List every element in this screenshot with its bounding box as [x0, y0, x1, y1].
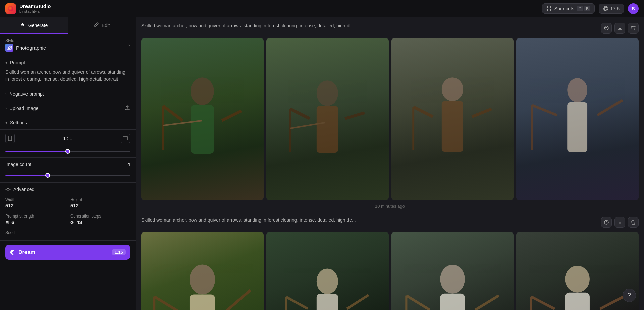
settings-header[interactable]: ▾ Settings — [0, 116, 136, 129]
gen-prompt-2: Skilled woman archer, bow and quiver of … — [141, 217, 597, 224]
aspect-landscape-icon[interactable] — [121, 134, 130, 143]
prompt-textarea[interactable]: Skilled woman archer, bow and quiver of … — [5, 69, 130, 83]
credits-icon — [603, 6, 608, 11]
gen-image-2-1[interactable] — [141, 232, 264, 310]
prompt-strength-value: ⊞ 6 — [5, 219, 65, 225]
upload-image-section[interactable]: › Upload image — [0, 101, 136, 116]
shortcuts-keys: ⌃ K — [577, 6, 590, 11]
settings-section: ▾ Settings — [0, 116, 136, 130]
gen-actions-1 — [601, 23, 639, 34]
gen-images-2 — [141, 232, 639, 310]
svg-rect-3 — [547, 9, 548, 11]
gen-image-1-2[interactable] — [266, 38, 389, 200]
svg-point-52 — [440, 265, 465, 294]
gen-image-1-4[interactable] — [516, 38, 639, 200]
tab-generate[interactable]: Generate — [0, 17, 68, 34]
svg-rect-47 — [317, 294, 338, 310]
svg-point-18 — [191, 78, 214, 105]
aspect-portrait-icon[interactable] — [5, 134, 15, 143]
gen-image-2-2[interactable] — [266, 232, 389, 310]
help-button[interactable]: ? — [623, 289, 636, 302]
archer-silhouette-1 — [153, 70, 251, 200]
user-avatar[interactable]: S — [628, 3, 639, 14]
prompt-strength-label: Prompt strength — [5, 214, 65, 219]
advanced-grid: Width 512 Height 512 Prompt strength ⊞ 6… — [5, 197, 130, 225]
height-value: 512 — [70, 203, 130, 208]
svg-line-33 — [472, 109, 491, 117]
gen-image-1-1[interactable] — [141, 38, 264, 200]
app-name: DreamStudio by stability.ai — [19, 4, 51, 13]
credits-badge: 17.5 — [599, 4, 624, 14]
app-logo — [5, 3, 16, 14]
dream-btn-left: Dream — [10, 249, 35, 255]
archer-silhouette-8 — [526, 256, 629, 310]
shortcuts-button[interactable]: Shortcuts ⌃ K — [542, 3, 595, 14]
image-count-section: Image count 4 — [0, 158, 136, 183]
neg-prompt-chevron-icon: › — [5, 91, 7, 96]
style-header[interactable]: Style Photographic › — [0, 34, 136, 56]
credits-value: 17.5 — [610, 6, 620, 11]
upload-left: › Upload image — [5, 106, 38, 111]
upload-label: Upload image — [9, 106, 38, 111]
dream-button[interactable]: Dream 1.15 — [5, 245, 130, 260]
svg-rect-19 — [191, 105, 214, 154]
gen-refresh-button-1[interactable] — [601, 23, 612, 34]
gen-delete-button-2[interactable] — [628, 217, 639, 228]
style-name: Photographic — [16, 45, 46, 51]
svg-rect-36 — [568, 102, 588, 152]
gen-image-1-3-bg — [391, 38, 514, 200]
sidebar: Generate Edit Style — [0, 17, 136, 310]
gen-refresh-button-2[interactable] — [601, 217, 612, 228]
advanced-icon — [5, 187, 11, 192]
prompt-header[interactable]: ▾ Prompt — [5, 60, 130, 65]
gen-download-button-1[interactable] — [614, 23, 625, 34]
delete-icon-1 — [631, 25, 636, 31]
upload-button-icon[interactable] — [125, 105, 130, 112]
svg-line-48 — [286, 297, 308, 309]
svg-point-35 — [568, 78, 588, 102]
prompt-strength-number: 6 — [11, 219, 14, 225]
gen-delete-button-1[interactable] — [628, 23, 639, 34]
dream-btn-label: Dream — [18, 249, 35, 255]
aspect-ratio-slider[interactable] — [5, 151, 130, 152]
svg-line-55 — [475, 296, 498, 310]
gen-images-1 — [141, 38, 639, 200]
generation-steps-value: ⟳ 43 — [70, 219, 130, 225]
svg-line-26 — [290, 109, 310, 119]
edit-tab-icon — [94, 22, 99, 28]
delete-icon-2 — [631, 220, 636, 225]
gen-image-2-4[interactable] — [516, 232, 639, 310]
aspect-ratio-section: 1 : 1 — [0, 130, 136, 158]
negative-prompt-header[interactable]: › Negative prompt — [5, 91, 130, 97]
prompt-strength-field: Prompt strength ⊞ 6 — [5, 214, 65, 225]
svg-point-46 — [317, 269, 338, 294]
gen-prompt-1: Skilled woman archer, bow and quiver of … — [141, 23, 597, 29]
gen-image-2-3[interactable] — [391, 232, 514, 310]
tab-edit-label: Edit — [102, 23, 110, 28]
settings-collapse-icon: ▾ — [5, 120, 7, 125]
main-layout: Generate Edit Style — [0, 17, 644, 310]
archer-silhouette-5 — [147, 256, 257, 310]
svg-line-27 — [345, 113, 365, 119]
svg-line-49 — [347, 295, 368, 309]
svg-point-9 — [8, 47, 10, 49]
aspect-ratio-slider-container — [5, 146, 130, 154]
gen-image-2-2-bg — [266, 232, 389, 310]
svg-line-32 — [413, 107, 433, 117]
svg-rect-25 — [317, 106, 338, 153]
tab-edit[interactable]: Edit — [68, 17, 136, 34]
app-name-main: DreamStudio — [19, 4, 51, 9]
gen-download-button-2[interactable] — [614, 217, 625, 228]
advanced-header[interactable]: Advanced — [5, 187, 130, 192]
svg-rect-4 — [550, 9, 551, 11]
gen-image-1-3[interactable] — [391, 38, 514, 200]
generate-tab-icon — [20, 22, 25, 28]
svg-line-60 — [531, 297, 555, 309]
svg-point-10 — [10, 46, 11, 47]
svg-point-40 — [190, 265, 215, 295]
gen-actions-2 — [601, 217, 639, 228]
refresh-icon-1 — [604, 25, 609, 31]
image-count-slider[interactable] — [5, 175, 130, 176]
prompt-label: Prompt — [10, 60, 25, 65]
svg-point-13 — [7, 188, 9, 190]
